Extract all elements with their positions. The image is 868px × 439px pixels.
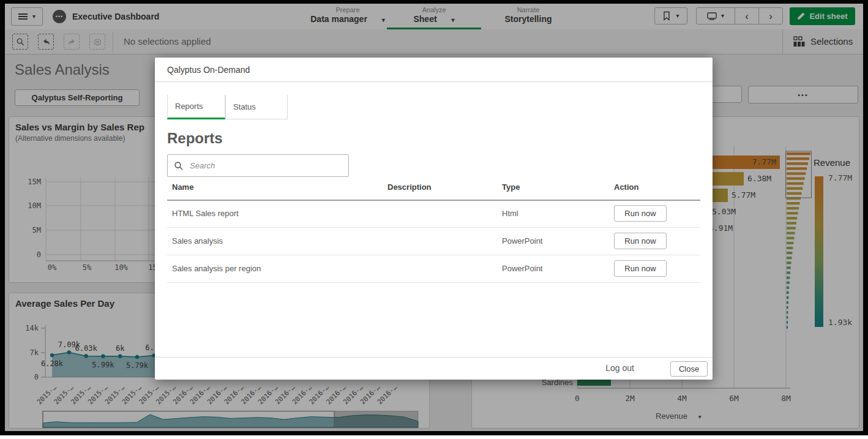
search-input[interactable] bbox=[189, 160, 342, 171]
tab-status[interactable]: Status bbox=[225, 95, 288, 119]
column-name: Name bbox=[172, 182, 193, 192]
table-header: Name Description Type Action bbox=[167, 180, 700, 201]
report-type: PowerPoint bbox=[502, 236, 542, 246]
column-description: Description bbox=[387, 182, 432, 192]
run-now-button[interactable]: Run now bbox=[614, 205, 667, 222]
report-name: HTML Sales report bbox=[172, 209, 239, 218]
run-now-button[interactable]: Run now bbox=[614, 233, 667, 249]
qalyptus-on-demand-dialog: Qalyptus On-Demand Reports Status Report… bbox=[155, 58, 713, 380]
close-button[interactable]: Close bbox=[670, 361, 708, 377]
table-row[interactable]: Sales analysis per region PowerPoint Run… bbox=[167, 255, 700, 283]
report-name: Sales analysis per region bbox=[172, 264, 261, 273]
report-type: Html bbox=[502, 209, 518, 218]
column-type: Type bbox=[502, 182, 520, 192]
table-row[interactable]: Sales analysis PowerPoint Run now bbox=[167, 227, 700, 255]
tab-reports[interactable]: Reports bbox=[167, 95, 225, 119]
reports-heading: Reports bbox=[167, 130, 223, 147]
report-type: PowerPoint bbox=[502, 264, 542, 273]
search-icon bbox=[174, 161, 184, 171]
app-window: ▾ ••• Executive Dashboard Prepare Data m… bbox=[0, 0, 868, 435]
logout-button[interactable]: Log out bbox=[602, 362, 638, 373]
dialog-footer: Log out Close bbox=[155, 357, 713, 380]
report-search[interactable] bbox=[167, 154, 349, 177]
dialog-title: Qalyptus On-Demand bbox=[167, 58, 250, 82]
dialog-header: Qalyptus On-Demand bbox=[155, 58, 713, 82]
report-name: Sales analysis bbox=[172, 236, 223, 246]
column-action: Action bbox=[614, 182, 638, 192]
run-now-button[interactable]: Run now bbox=[614, 260, 667, 277]
table-row[interactable]: HTML Sales report Html Run now bbox=[167, 200, 700, 228]
